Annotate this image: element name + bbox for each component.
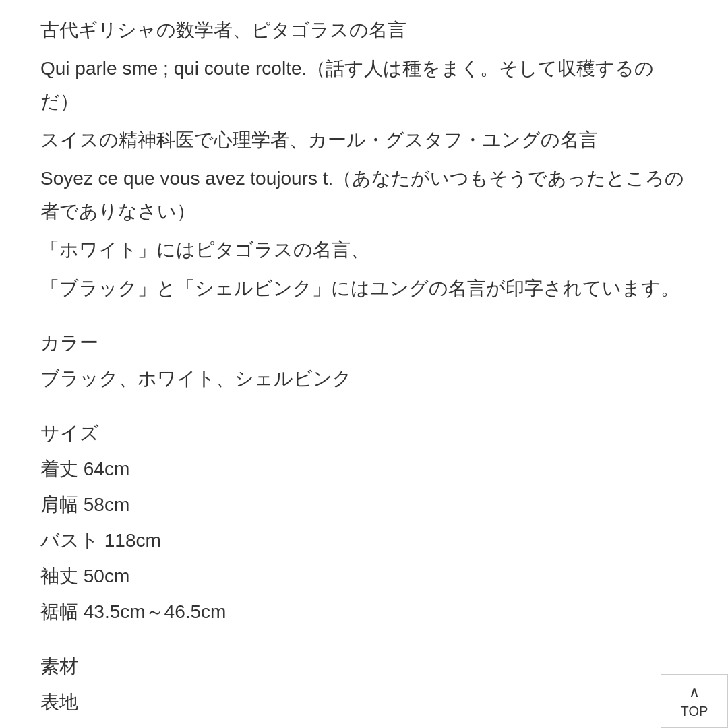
size-katahaba: 肩幅 58cm bbox=[40, 488, 688, 521]
jung-quote: Soyez ce que vous avez toujours t.（あなたがい… bbox=[40, 162, 688, 228]
size-suso: 裾幅 43.5cm～46.5cm bbox=[40, 595, 688, 628]
color-label: カラー bbox=[40, 326, 688, 359]
jung-intro-text: スイスの精神科医で心理学者、カール・グスタフ・ユングの名言 bbox=[40, 129, 598, 150]
white-note-text: 「ホワイト」にはピタゴラスの名言、 bbox=[40, 239, 369, 260]
black-pink-note: 「ブラック」と「シェルビンク」にはユングの名言が印字されています。 bbox=[40, 272, 688, 305]
main-content: 古代ギリシャの数学者、ピタゴラスの名言 Qui parle sme ; qui … bbox=[0, 0, 728, 728]
size-bust: バスト 118cm bbox=[40, 524, 688, 557]
white-note: 「ホワイト」にはピタゴラスの名言、 bbox=[40, 233, 688, 266]
top-label: TOP bbox=[681, 704, 708, 719]
material-omote-label: 表地 bbox=[40, 686, 688, 719]
color-value: ブラック、ホワイト、シェルビンク bbox=[40, 362, 688, 395]
jung-intro: スイスの精神科医で心理学者、カール・グスタフ・ユングの名言 bbox=[40, 123, 688, 156]
pythagoras-quote: Qui parle sme ; qui coute rcolte.（話す人は種を… bbox=[40, 52, 688, 118]
pythagoras-quote-text: Qui parle sme ; qui coute rcolte.（話す人は種を… bbox=[40, 58, 654, 112]
size-sodedake: 袖丈 50cm bbox=[40, 559, 688, 593]
size-section: サイズ 着丈 64cm 肩幅 58cm バスト 118cm 袖丈 50cm 裾幅… bbox=[40, 417, 688, 628]
top-button[interactable]: ∧ TOP bbox=[661, 674, 728, 728]
jung-quote-text: Soyez ce que vous avez toujours t.（あなたがい… bbox=[40, 168, 684, 222]
color-section: カラー ブラック、ホワイト、シェルビンク bbox=[40, 326, 688, 395]
pythagoras-intro-text: 古代ギリシャの数学者、ピタゴラスの名言 bbox=[40, 20, 406, 40]
top-arrow-icon: ∧ bbox=[689, 684, 700, 701]
black-pink-note-text: 「ブラック」と「シェルビンク」にはユングの名言が印字されています。 bbox=[40, 278, 679, 299]
size-keitake: 着丈 64cm bbox=[40, 452, 688, 485]
material-label: 素材 bbox=[40, 650, 688, 683]
pythagoras-intro: 古代ギリシャの数学者、ピタゴラスの名言 bbox=[40, 13, 688, 47]
material-cotton: コットン 80% bbox=[40, 721, 688, 728]
material-section: 素材 表地 コットン 80% ポリエステル 20% リブ部分 コットン 95% … bbox=[40, 650, 688, 728]
size-label: サイズ bbox=[40, 417, 688, 450]
